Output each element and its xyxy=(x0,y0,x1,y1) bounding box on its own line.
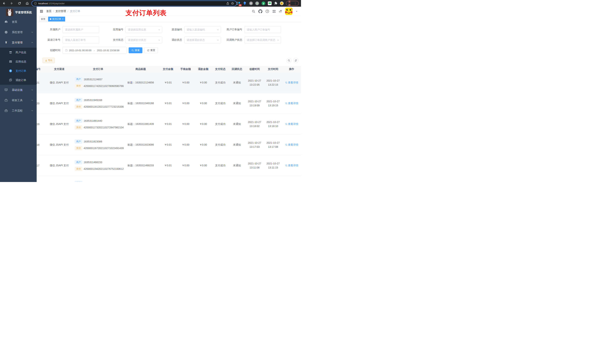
site-info-icon[interactable] xyxy=(34,2,37,5)
caret-down-icon[interactable] xyxy=(296,10,298,12)
pay-date: 2021-10-27 xyxy=(265,79,281,83)
sidebar-item-merchant-info[interactable]: 商户信息 xyxy=(0,48,37,57)
refund-status-select[interactable] xyxy=(184,37,221,43)
notify-status: 未通知 xyxy=(233,143,241,146)
bookmark-star-icon[interactable] xyxy=(231,2,234,5)
active-dot xyxy=(50,18,51,20)
tag-home[interactable]: 首页 xyxy=(39,17,47,21)
column-header: 退款金额 xyxy=(194,66,212,72)
dashboard-icon xyxy=(4,20,8,23)
extension-tabs-icon[interactable]: 10 xyxy=(236,1,240,5)
view-detail-link[interactable]: 查看详情 xyxy=(285,123,298,126)
refresh-table-button[interactable] xyxy=(293,58,298,63)
view-detail-link[interactable]: 查看详情 xyxy=(285,102,298,105)
help-icon[interactable]: ? xyxy=(266,10,269,13)
browser-menu-icon[interactable]: ⋮ xyxy=(294,2,297,5)
profile-emoji-icon[interactable] xyxy=(280,1,284,5)
address-bar[interactable]: localhost:1024/pay/order xyxy=(32,1,236,6)
back-icon[interactable] xyxy=(2,2,6,5)
header-search-icon[interactable] xyxy=(252,10,255,13)
share-icon[interactable] xyxy=(226,2,229,5)
export-label: 导出 xyxy=(48,59,52,62)
refund-status-field[interactable] xyxy=(187,39,218,42)
url-text[interactable]: localhost:1024/pay/order xyxy=(38,2,225,5)
sidebar-item-app-info[interactable]: 应用信息 xyxy=(0,57,37,66)
merchant-order-no-field[interactable] xyxy=(247,28,279,31)
top-navbar: 首页 / 支付管理 / 支付订单 ? TT xyxy=(37,7,301,16)
table-row: 19 微信 JSAPI 支付 商户1635311881440 支付4200001… xyxy=(37,114,301,135)
channel-code-field[interactable] xyxy=(187,28,218,31)
sidebar: 芋道管理系统 首页 系统管理 ¥ 支付管理 商户信息 xyxy=(0,7,37,182)
reset-button[interactable]: 重置 xyxy=(144,47,158,53)
home-icon[interactable] xyxy=(26,2,29,5)
channel-code-select[interactable] xyxy=(184,26,221,33)
extension-gem-icon[interactable] xyxy=(243,1,247,5)
forward-icon[interactable] xyxy=(10,2,13,5)
browser-update-button[interactable]: 更新 ⋮ xyxy=(286,1,299,6)
view-detail-link[interactable]: 查看详情 xyxy=(285,164,298,167)
filter-pay-status: 支付状态 xyxy=(99,37,162,43)
sidebar-toggle-icon[interactable] xyxy=(40,10,43,13)
close-icon[interactable]: × xyxy=(62,18,64,20)
create-time: 13:11:08 xyxy=(246,166,263,170)
sidebar-item-label: 工作流程 xyxy=(12,109,22,113)
notify-status-select[interactable] xyxy=(244,37,281,43)
column-header: 手续金额 xyxy=(177,66,194,72)
app-logo[interactable]: 芋道管理系统 xyxy=(0,7,37,16)
breadcrumb-pay-manage[interactable]: 支付管理 xyxy=(55,10,66,13)
channel-order-no-field[interactable] xyxy=(65,39,97,42)
github-icon[interactable] xyxy=(258,10,262,13)
extension-chat-icon[interactable] xyxy=(268,1,272,5)
extension-command-icon[interactable]: ⌘ xyxy=(249,1,253,5)
grid-icon xyxy=(9,60,12,63)
export-button[interactable]: 导出 xyxy=(43,58,55,63)
search-button[interactable]: 搜索 xyxy=(129,47,142,53)
view-detail-link[interactable]: 查看详情 xyxy=(285,81,298,84)
user-avatar[interactable] xyxy=(285,8,292,15)
navbar-actions: ? TT xyxy=(252,8,298,15)
merchant-tag: 商户 xyxy=(75,139,82,144)
app-select[interactable] xyxy=(126,26,162,33)
channel-order-no-input[interactable] xyxy=(63,37,99,43)
merchant-input[interactable] xyxy=(63,26,99,33)
shop-icon xyxy=(9,51,12,54)
filter-merchant: 所属商户 xyxy=(37,26,99,33)
sidebar-item-dev-tools[interactable]: 研发工具 xyxy=(0,95,37,105)
font-size-icon[interactable]: TT xyxy=(279,10,282,13)
sidebar-item-workflow[interactable]: 工作流程 xyxy=(0,105,37,116)
sidebar-item-payment[interactable]: ¥ 支付管理 xyxy=(0,37,37,48)
date-range-picker[interactable]: 2021-10-01 00:00:00 - 2021-10-31 23:59:5… xyxy=(63,47,127,54)
create-date: 2021-10-27 xyxy=(246,141,263,145)
date-end[interactable]: 2021-10-31 23:59:59 xyxy=(97,49,119,52)
tag-pay-order[interactable]: 支付订单 × xyxy=(48,17,65,21)
extensions-puzzle-icon[interactable] xyxy=(274,1,278,5)
pay-status: 支付成功 xyxy=(215,123,226,125)
extension-dot-icon[interactable] xyxy=(255,1,259,5)
create-time: 13:22:05 xyxy=(246,83,263,87)
view-detail-link[interactable]: 查看详情 xyxy=(285,143,298,146)
sidebar-item-home[interactable]: 首页 xyxy=(0,17,37,27)
sidebar-item-refund-order[interactable]: 退款订单 xyxy=(0,75,37,85)
pay-status-field[interactable] xyxy=(128,39,160,42)
app-select-field[interactable] xyxy=(128,28,160,31)
toggle-search-button[interactable] xyxy=(286,58,291,63)
merchant-order-no-input[interactable] xyxy=(244,26,281,33)
date-start[interactable]: 2021-10-01 00:00:00 xyxy=(69,49,91,52)
pay-status-select[interactable] xyxy=(126,37,162,43)
breadcrumb-home[interactable]: 首页 xyxy=(46,10,52,13)
sidebar-item-pay-order[interactable]: ¥ 支付订单 xyxy=(0,66,37,75)
fullscreen-icon[interactable] xyxy=(272,10,276,13)
breadcrumb-separator: / xyxy=(68,10,68,13)
extension-y-icon[interactable]: y xyxy=(262,1,266,5)
search-icon xyxy=(285,164,288,167)
merchant-input-field[interactable] xyxy=(65,28,97,31)
sidebar-item-system[interactable]: 系统管理 xyxy=(0,27,37,37)
table-row: 17 微信 JSAPI 支付 商户1635311468233 支付4200001… xyxy=(37,155,301,176)
tag-label: 支付订单 xyxy=(52,18,61,21)
create-time: 13:17:03 xyxy=(246,145,263,149)
reload-icon[interactable] xyxy=(18,2,21,5)
notify-status-field[interactable] xyxy=(247,39,279,42)
table-row: 20 微信 JSAPI 支付 商户1635311949168 支付4200001… xyxy=(37,93,301,114)
create-date: 2021-10-27 xyxy=(246,120,263,124)
sidebar-item-infrastructure[interactable]: 基础设施 xyxy=(0,85,37,95)
